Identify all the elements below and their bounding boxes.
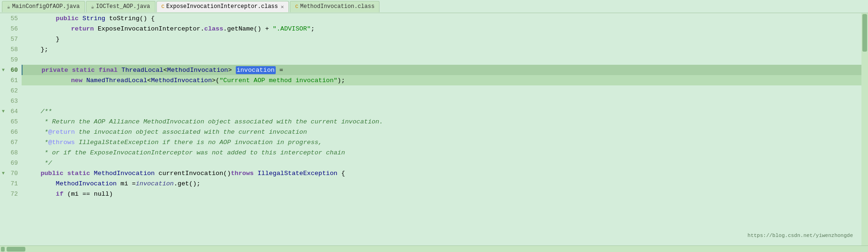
editor-container: 55 56 57 58 59 ▼ 60 61 62 63 ▼ 64 65 66 …	[0, 13, 868, 245]
line-num-59: 59	[0, 54, 22, 65]
code-line-67: * @throws IllegalStateException if there…	[22, 137, 861, 147]
line-num-71: 71	[0, 178, 22, 189]
line-num-58: 58	[0, 44, 22, 54]
code-line-60: private static final ThreadLocal < Metho…	[22, 65, 861, 75]
code-line-61: new NamedThreadLocal < MethodInvocation …	[22, 75, 861, 85]
code-line-62	[22, 85, 861, 96]
tab-main-config[interactable]: ☕ MainConfigOfAOP.java	[2, 1, 85, 12]
line-num-55: 55	[0, 13, 22, 23]
tab-close-icon[interactable]: ✕	[281, 4, 284, 10]
tab-label: MainConfigOfAOP.java	[12, 3, 80, 10]
java-icon-2: ☕	[91, 4, 94, 10]
code-line-65: * Return the AOP Alliance MethodInvocati…	[22, 116, 861, 127]
code-line-72: if (mi == null)	[22, 189, 861, 199]
code-line-69: */	[22, 158, 861, 168]
horizontal-scrollbar[interactable]	[0, 245, 868, 252]
fold-icon-60[interactable]: ▼	[2, 68, 5, 73]
code-line-55: public String toString() {	[22, 13, 861, 23]
tab-expose-interceptor[interactable]: C ExposeInvocationInterceptor.class ✕	[156, 1, 289, 12]
line-numbers: 55 56 57 58 59 ▼ 60 61 62 63 ▼ 64 65 66 …	[0, 13, 22, 245]
tab-label-3: ExposeInvocationInterceptor.class	[166, 3, 278, 10]
fold-icon-64[interactable]: ▼	[2, 109, 5, 114]
line-num-64: ▼ 64	[0, 106, 22, 116]
tab-ioc-test[interactable]: ☕ IOCTest_AOP.java	[86, 1, 155, 12]
code-line-57: }	[22, 34, 861, 44]
code-line-63	[22, 96, 861, 106]
code-line-59	[22, 54, 861, 65]
code-line-68: * or if the ExposeInvocationInterceptor …	[22, 147, 861, 158]
code-line-66: * @return the invocation object associat…	[22, 127, 861, 137]
code-line-64: /**	[22, 106, 861, 116]
code-area[interactable]: public String toString() { return Expose…	[22, 13, 861, 245]
line-num-61: 61	[0, 75, 22, 85]
line-num-68: 68	[0, 147, 22, 158]
line-num-57: 57	[0, 34, 22, 44]
h-scroll-left-arrow[interactable]	[1, 247, 5, 252]
code-line-70: public static MethodInvocation currentIn…	[22, 168, 861, 178]
scrollbar-thumb[interactable]	[862, 14, 867, 52]
code-line-56: return ExposeInvocationInterceptor. clas…	[22, 23, 861, 34]
fold-icon-70[interactable]: ▼	[2, 171, 5, 176]
class-icon-2: C	[295, 4, 298, 9]
line-num-66: 66	[0, 127, 22, 137]
tab-method-invocation[interactable]: C MethodInvocation.class	[290, 1, 380, 12]
code-line-58: };	[22, 44, 861, 54]
invocation-highlight: invocation	[236, 66, 276, 74]
class-icon: C	[162, 4, 165, 9]
line-num-69: 69	[0, 158, 22, 168]
tab-label-2: IOCTest_AOP.java	[96, 3, 150, 10]
line-num-60: ▼ 60	[0, 65, 22, 75]
line-num-72: 72	[0, 189, 22, 199]
line-num-70: ▼ 70	[0, 168, 22, 178]
tab-bar: ☕ MainConfigOfAOP.java ☕ IOCTest_AOP.jav…	[0, 0, 868, 13]
h-scroll-thumb[interactable]	[7, 247, 25, 252]
url-bar: https://blog.csdn.net/yiwenzhongde	[746, 232, 855, 239]
code-line-71: MethodInvocation mi = invocation .get();	[22, 178, 861, 189]
line-num-62: 62	[0, 85, 22, 96]
line-num-65: 65	[0, 116, 22, 127]
line-num-63: 63	[0, 96, 22, 106]
vertical-scrollbar[interactable]	[861, 13, 868, 245]
tab-label-4: MethodInvocation.class	[300, 3, 374, 10]
java-icon: ☕	[7, 4, 10, 10]
line-num-67: 67	[0, 137, 22, 147]
line-num-56: 56	[0, 23, 22, 34]
